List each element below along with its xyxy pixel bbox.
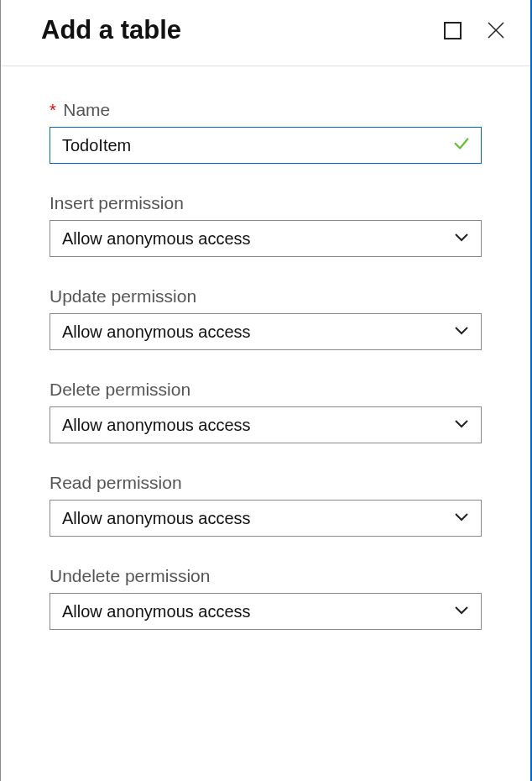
read-field-group: Read permission Allow anonymous access	[50, 473, 482, 537]
name-label-row: * Name	[50, 100, 482, 120]
update-label-row: Update permission	[50, 286, 482, 307]
name-input-wrapper[interactable]	[50, 127, 482, 164]
delete-label: Delete permission	[50, 380, 190, 399]
dialog-header: Add a table	[1, 0, 530, 66]
header-actions	[444, 19, 507, 41]
delete-label-row: Delete permission	[50, 380, 482, 400]
insert-select-value: Allow anonymous access	[62, 229, 251, 249]
undelete-label-row: Undelete permission	[50, 566, 482, 586]
read-select[interactable]: Allow anonymous access	[50, 500, 482, 537]
delete-select-value: Allow anonymous access	[62, 416, 251, 435]
chevron-down-icon	[454, 231, 469, 246]
undelete-select-value: Allow anonymous access	[62, 602, 251, 621]
update-label: Update permission	[50, 286, 196, 306]
delete-select[interactable]: Allow anonymous access	[50, 406, 482, 443]
name-field-group: * Name	[50, 100, 482, 164]
undelete-field-group: Undelete permission Allow anonymous acce…	[50, 566, 482, 630]
chevron-down-icon	[454, 417, 469, 432]
chevron-down-icon	[454, 511, 469, 526]
chevron-down-icon	[454, 604, 469, 619]
chevron-down-icon	[454, 324, 469, 339]
update-select[interactable]: Allow anonymous access	[50, 313, 482, 350]
dialog-title: Add a table	[41, 15, 181, 45]
name-input[interactable]	[62, 136, 444, 155]
undelete-select[interactable]: Allow anonymous access	[50, 593, 482, 630]
insert-field-group: Insert permission Allow anonymous access	[50, 193, 482, 257]
name-label: Name	[63, 100, 110, 119]
insert-select[interactable]: Allow anonymous access	[50, 220, 482, 257]
read-label-row: Read permission	[50, 473, 482, 493]
close-icon[interactable]	[485, 19, 507, 41]
update-select-value: Allow anonymous access	[62, 322, 251, 342]
delete-field-group: Delete permission Allow anonymous access	[50, 380, 482, 443]
form-body: * Name Insert permission Allow anonymous…	[1, 66, 530, 630]
insert-label-row: Insert permission	[50, 193, 482, 213]
required-indicator: *	[50, 101, 56, 119]
undelete-label: Undelete permission	[50, 566, 210, 585]
insert-label: Insert permission	[50, 193, 184, 212]
read-select-value: Allow anonymous access	[62, 509, 251, 528]
checkmark-icon	[452, 134, 471, 156]
maximize-icon[interactable]	[444, 22, 462, 39]
update-field-group: Update permission Allow anonymous access	[50, 286, 482, 350]
read-label: Read permission	[50, 473, 182, 492]
